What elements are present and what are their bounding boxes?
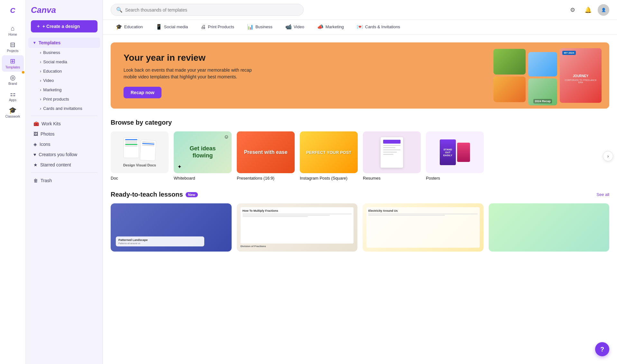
video-tab-icon: 📹 bbox=[285, 24, 292, 30]
card-doc-label: Doc bbox=[111, 176, 169, 181]
help-icon: ? bbox=[600, 346, 604, 353]
tab-education[interactable]: 🎓 Education bbox=[111, 20, 148, 34]
doc-line-1 bbox=[125, 139, 137, 140]
sidebar-item-apps[interactable]: ⚏ Apps bbox=[2, 88, 24, 104]
lesson-1-title: Patterned Landscape bbox=[118, 238, 202, 242]
lesson-card-3[interactable]: Electricity Around Us bbox=[363, 203, 483, 252]
lesson-2-title: How To Multiply Fractions bbox=[243, 209, 352, 212]
lessons-title: Ready-to-teach lessons bbox=[111, 191, 183, 198]
search-input[interactable] bbox=[125, 7, 298, 13]
chevron-right-icon-5: › bbox=[40, 87, 41, 92]
settings-icon-button[interactable]: ⚙ bbox=[567, 4, 578, 16]
lessons-section: Ready-to-teach lessons New See all Patte… bbox=[111, 191, 609, 252]
nav-item-templates[interactable]: ▾ Templates bbox=[28, 38, 100, 48]
tab-print-products[interactable]: 🖨 Print Products bbox=[196, 20, 239, 34]
user-avatar[interactable]: 👤 bbox=[598, 4, 609, 16]
l3-line-1 bbox=[368, 214, 478, 214]
card-whiteboard[interactable]: Get ideas flowing ☺ ✦ Whiteboard bbox=[174, 131, 232, 181]
l3-line-2 bbox=[368, 215, 445, 216]
sidebar-item-brand[interactable]: ◎ Brand bbox=[2, 72, 24, 88]
nav-item-photos[interactable]: 🖼 Photos bbox=[28, 129, 100, 139]
nav-sub-education[interactable]: › Education bbox=[28, 67, 100, 76]
nav-sub-social-label: Social media bbox=[43, 59, 67, 64]
card-instagram-thumb: PERFECT YOUR POST bbox=[300, 131, 358, 173]
category-cards-row: Design Visual Docs Doc Get ideas flowing… bbox=[111, 131, 609, 181]
trash-label: Trash bbox=[41, 178, 52, 183]
carousel-next-button[interactable]: › bbox=[603, 151, 613, 161]
cards-tab-icon: 💌 bbox=[357, 24, 363, 30]
nav-sub-print-label: Print products bbox=[43, 97, 69, 102]
notifications-icon-button[interactable]: 🔔 bbox=[582, 4, 594, 16]
sidebar-home-label: Home bbox=[8, 33, 17, 36]
canva-logo: Canva bbox=[26, 5, 103, 20]
tab-video[interactable]: 📹 Video bbox=[280, 20, 309, 34]
nav-sub-print[interactable]: › Print products bbox=[28, 94, 100, 104]
whiteboard-text: Get ideas flowing bbox=[179, 145, 226, 159]
card-resumes[interactable]: Resumes bbox=[363, 131, 421, 181]
sidebar-item-projects[interactable]: ⊟ Projects bbox=[2, 39, 24, 55]
nav-sub-marketing[interactable]: › Marketing bbox=[28, 85, 100, 94]
help-button[interactable]: ? bbox=[595, 342, 609, 356]
doc-line-4 bbox=[125, 144, 137, 145]
resume-line-5 bbox=[383, 154, 393, 155]
card-presentations[interactable]: Present with ease Presentations (16:9) bbox=[237, 131, 295, 181]
card-posters-label: Posters bbox=[426, 176, 484, 181]
star-icon: ★ bbox=[33, 162, 38, 167]
chevron-right-icon-4: › bbox=[40, 78, 41, 83]
l2-line-1 bbox=[243, 214, 352, 214]
create-btn-label: + Create a design bbox=[42, 24, 80, 29]
lessons-header: Ready-to-teach lessons New See all bbox=[111, 191, 609, 198]
chevron-right-icon-7: › bbox=[40, 106, 41, 111]
nav-item-workkits[interactable]: 🧰 Work Kits bbox=[28, 119, 100, 129]
banner-img-4-label: 2024 Recap bbox=[533, 99, 552, 103]
tab-business[interactable]: 📊 Business bbox=[242, 20, 278, 34]
sidebar-item-home[interactable]: ⌂ Home bbox=[2, 22, 24, 39]
sidebar-item-classwork[interactable]: 🎓 Classwork bbox=[2, 104, 24, 121]
doc-line-8 bbox=[142, 145, 154, 146]
resume-line-3 bbox=[383, 149, 401, 150]
tab-social-media[interactable]: 📱 Social media bbox=[151, 20, 193, 34]
nav-panel: Canva ＋ + Create a design ▾ Templates › … bbox=[26, 0, 103, 364]
nav-sub-cards[interactable]: › Cards and invitations bbox=[28, 104, 100, 113]
lesson-card-2[interactable]: How To Multiply Fractions Division of Fr… bbox=[237, 203, 358, 252]
projects-icon: ⊟ bbox=[10, 41, 15, 48]
nav-sub-education-label: Education bbox=[43, 69, 62, 74]
nav-sub-video-label: Video bbox=[43, 78, 54, 83]
resume-line-2 bbox=[383, 147, 395, 148]
tab-cards-invitations[interactable]: 💌 Cards & Invitations bbox=[352, 20, 405, 34]
tab-marketing[interactable]: 📣 Marketing bbox=[312, 20, 349, 34]
topbar: 🔍 ⚙ 🔔 👤 bbox=[103, 0, 617, 20]
card-whiteboard-label: Whiteboard bbox=[174, 176, 232, 181]
doc-line-7 bbox=[142, 143, 154, 145]
browse-section: Browse by category bbox=[111, 119, 609, 181]
lesson-card-1[interactable]: Patterned Landscape Patterns all around … bbox=[111, 203, 232, 252]
nav-item-creators[interactable]: ♥ Creators you follow bbox=[28, 149, 100, 160]
instagram-text: PERFECT YOUR POST bbox=[306, 150, 352, 155]
card-whiteboard-thumb: Get ideas flowing ☺ ✦ bbox=[174, 131, 232, 173]
avatar-placeholder: 👤 bbox=[598, 4, 609, 16]
card-doc[interactable]: Design Visual Docs Doc bbox=[111, 131, 169, 181]
apps-icon: ⚏ bbox=[10, 91, 16, 97]
lesson-3-title: Electricity Around Us bbox=[368, 209, 478, 212]
search-bar[interactable]: 🔍 bbox=[111, 4, 304, 16]
nav-item-icons[interactable]: ◈ Icons bbox=[28, 139, 100, 149]
nav-sub-social[interactable]: › Social media bbox=[28, 57, 100, 67]
recap-now-button[interactable]: Recap now bbox=[124, 87, 161, 98]
heart-icon: ♥ bbox=[33, 152, 36, 157]
card-instagram[interactable]: PERFECT YOUR POST Instagram Posts (Squar… bbox=[300, 131, 358, 181]
lesson-2-lines bbox=[243, 214, 352, 217]
lesson-card-4[interactable] bbox=[489, 203, 610, 252]
doc-line-6 bbox=[142, 141, 154, 143]
poster-mock-1: STAND OUT EASILY bbox=[440, 139, 456, 165]
create-design-button[interactable]: ＋ + Create a design bbox=[31, 20, 97, 32]
nav-item-starred[interactable]: ★ Starred content bbox=[28, 160, 100, 170]
card-posters[interactable]: STAND OUT EASILY Posters bbox=[426, 131, 484, 181]
topbar-actions: ⚙ 🔔 👤 bbox=[567, 4, 609, 16]
nav-sub-business[interactable]: › Business bbox=[28, 48, 100, 57]
see-all-button[interactable]: See all bbox=[596, 192, 609, 197]
sidebar-item-templates[interactable]: ⊞ Templates bbox=[2, 55, 24, 72]
resume-line-1 bbox=[383, 145, 401, 146]
nav-sub-video[interactable]: › Video bbox=[28, 76, 100, 85]
nav-item-trash[interactable]: 🗑 Trash bbox=[28, 175, 100, 186]
lesson-1-subtitle: Patterns all around us bbox=[118, 242, 202, 244]
